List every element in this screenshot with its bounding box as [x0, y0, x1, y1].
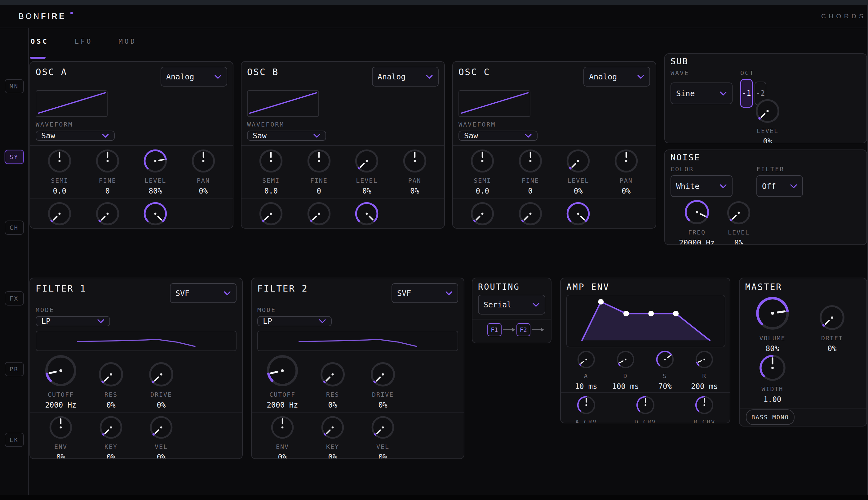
env-knob[interactable]	[270, 415, 295, 440]
r-crv-knob[interactable]	[694, 395, 714, 415]
filter-1-type-select[interactable]: SVF	[170, 283, 236, 303]
detune-knob[interactable]	[95, 201, 120, 226]
panel-master: MASTER VOLUME80% DRIFT0% WIDTH1.00 BASS …	[739, 277, 867, 427]
a-knob[interactable]	[577, 350, 596, 369]
semi-knob[interactable]	[470, 148, 495, 174]
bass-mono-toggle[interactable]: BASS MONO	[746, 409, 795, 425]
volume-knob[interactable]	[754, 295, 790, 331]
sub-wave-select[interactable]: Sine	[671, 82, 732, 104]
uni-knob[interactable]	[47, 201, 72, 226]
width-knob[interactable]	[354, 201, 380, 226]
drive-knob[interactable]	[148, 361, 175, 388]
filter-1-response-display	[36, 331, 236, 351]
knob-label: LEVEL	[144, 177, 166, 184]
level-knob[interactable]	[754, 98, 780, 124]
width-knob[interactable]	[758, 354, 787, 382]
r-knob[interactable]	[695, 350, 714, 369]
uni-knob[interactable]	[470, 201, 495, 226]
knob-value: 0%	[734, 239, 743, 245]
sidebar-item-sy[interactable]: SY	[5, 150, 24, 164]
tab-mod[interactable]: MOD	[119, 37, 137, 59]
key-cell: KEY0%	[86, 415, 136, 459]
filter-1-type-value: SVF	[175, 289, 189, 298]
filter-1-mode-value: LP	[41, 317, 50, 326]
fine-knob[interactable]	[95, 148, 120, 174]
a-crv-knob[interactable]	[576, 395, 596, 415]
knob-value: 0%	[379, 401, 387, 409]
s-knob[interactable]	[655, 350, 674, 369]
filter-2-mode-value: LP	[263, 317, 272, 326]
vel-knob[interactable]	[370, 415, 395, 440]
sub-oct-minus1-toggle[interactable]: -1	[740, 79, 753, 107]
sidebar-item-fx[interactable]: FX	[5, 291, 24, 306]
chevron-down-icon	[532, 303, 540, 307]
d-crv-knob[interactable]	[636, 395, 655, 415]
osc-a-engine-select[interactable]: Analog	[161, 67, 227, 87]
level-knob[interactable]	[142, 148, 168, 174]
osc-b-engine-select[interactable]: Analog	[372, 67, 439, 87]
knob-value: 0%	[157, 401, 166, 409]
key-knob[interactable]	[99, 415, 123, 440]
uni-knob[interactable]	[258, 201, 283, 226]
pan-knob[interactable]	[613, 148, 639, 174]
drift-knob[interactable]	[818, 304, 846, 331]
noise-color-select[interactable]: White	[671, 175, 732, 197]
cutoff-knob[interactable]	[265, 354, 300, 388]
detune-knob[interactable]	[306, 201, 332, 226]
osc-c-waveform-select[interactable]: Saw	[459, 130, 537, 141]
vel-cell: VEL0%	[358, 415, 408, 459]
width-knob[interactable]	[142, 201, 168, 226]
amp-envelope-display[interactable]	[566, 295, 726, 348]
pan-knob[interactable]	[190, 148, 216, 174]
cutoff-knob[interactable]	[44, 354, 78, 388]
res-knob[interactable]	[319, 361, 346, 388]
sidebar-item-mn[interactable]: MN	[5, 79, 24, 93]
d-knob[interactable]	[616, 350, 635, 369]
noise-filter-select[interactable]: Off	[756, 175, 803, 197]
master-volume-cell: VOLUME80%	[745, 295, 799, 353]
vel-knob[interactable]	[149, 415, 174, 440]
env-cell: ENV0%	[257, 415, 308, 459]
env-knob[interactable]	[48, 415, 73, 440]
pan-knob[interactable]	[402, 148, 428, 174]
res-knob[interactable]	[98, 361, 124, 388]
osc-c-engine-select[interactable]: Analog	[583, 67, 650, 87]
drive-knob[interactable]	[370, 361, 396, 388]
fine-knob[interactable]	[518, 148, 543, 174]
semi-cell: SEMI0.0	[36, 148, 84, 195]
semi-knob[interactable]	[47, 148, 72, 174]
sidebar-item-ch[interactable]: CH	[5, 220, 24, 235]
knob-label: LEVEL	[757, 127, 778, 135]
filter-2-response-display	[257, 331, 458, 351]
knob-label: CUTOFF	[48, 391, 74, 398]
detune-cell: DETUNE0%	[84, 201, 132, 229]
filter-2-mode-select[interactable]: LP	[257, 316, 332, 326]
routing-mode-select[interactable]: Serial	[478, 295, 545, 315]
osc-b-waveform-select[interactable]: Saw	[247, 130, 326, 141]
noise-freq-cell: FREQ20000 Hz	[675, 199, 719, 245]
knob-value: 0.0	[53, 187, 66, 195]
level-knob[interactable]	[726, 200, 751, 226]
level-knob[interactable]	[565, 148, 591, 174]
sidebar-item-pr[interactable]: PR	[5, 362, 24, 376]
fine-knob[interactable]	[306, 148, 332, 174]
detune-knob[interactable]	[518, 201, 543, 226]
tab-lfo[interactable]: LFO	[75, 37, 93, 59]
semi-knob[interactable]	[258, 148, 283, 174]
key-knob[interactable]	[320, 415, 345, 440]
routing-diagram: F1 F2	[487, 319, 545, 340]
chords-menu-item[interactable]: CHORDS	[821, 12, 866, 20]
width-knob[interactable]	[565, 201, 591, 226]
tab-osc[interactable]: OSC	[31, 37, 49, 59]
level-knob[interactable]	[354, 148, 380, 174]
chevron-down-icon	[719, 91, 727, 96]
osc-a-waveform-select[interactable]: Saw	[36, 130, 115, 141]
sidebar-item-lk[interactable]: LK	[5, 433, 24, 447]
filter-1-mode-select[interactable]: LP	[36, 316, 110, 326]
mode-label: MODE	[36, 306, 236, 314]
osc-c-engine-value: Analog	[589, 72, 617, 81]
waveform-label: WAVEFORM	[36, 121, 227, 128]
cutoff-cell: CUTOFF2000 Hz	[257, 354, 308, 409]
filter-2-type-select[interactable]: SVF	[392, 283, 458, 303]
freq-knob[interactable]	[684, 199, 710, 226]
